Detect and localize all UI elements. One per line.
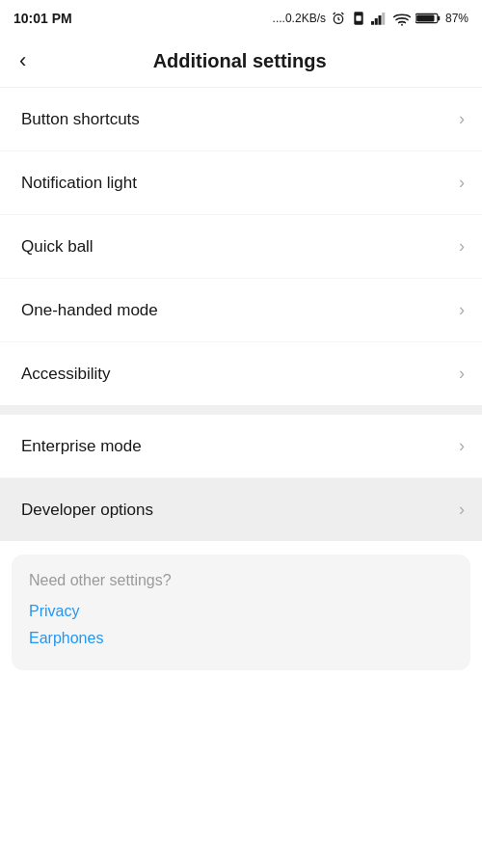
back-button[interactable]: ‹: [15, 44, 30, 77]
settings-item-enterprise-mode[interactable]: Enterprise mode ›: [0, 415, 482, 478]
chevron-icon-enterprise-mode: ›: [459, 436, 465, 456]
settings-item-quick-ball[interactable]: Quick ball ›: [0, 215, 482, 279]
svg-rect-6: [375, 18, 378, 25]
svg-rect-11: [438, 16, 440, 21]
settings-item-accessibility[interactable]: Accessibility ›: [0, 342, 482, 405]
alarm-icon: [331, 11, 346, 26]
chevron-icon-accessibility: ›: [459, 364, 465, 384]
wifi-icon: [393, 11, 411, 26]
chevron-icon-quick-ball: ›: [459, 236, 465, 257]
battery-icon: [415, 12, 441, 25]
status-bar: 10:01 PM ....0.2KB/s 87%: [0, 0, 482, 35]
earphones-link[interactable]: Earphones: [29, 630, 453, 647]
settings-label-button-shortcuts: Button shortcuts: [21, 110, 140, 129]
settings-item-one-handed-mode[interactable]: One-handed mode ›: [0, 279, 482, 342]
svg-line-1: [334, 13, 335, 14]
settings-label-enterprise-mode: Enterprise mode: [21, 437, 142, 456]
settings-label-one-handed-mode: One-handed mode: [21, 301, 158, 320]
header: ‹ Additional settings: [0, 35, 482, 88]
status-right-icons: ....0.2KB/s 87%: [273, 11, 469, 26]
settings-item-notification-light[interactable]: Notification light ›: [0, 151, 482, 215]
svg-rect-8: [382, 13, 385, 25]
network-speed: ....0.2KB/s: [273, 12, 326, 25]
battery-percent: 87%: [445, 12, 469, 25]
chevron-icon-button-shortcuts: ›: [459, 109, 465, 129]
svg-rect-12: [416, 15, 434, 22]
settings-group-2: Enterprise mode › Developer options ›: [0, 415, 482, 541]
page-title: Additional settings: [41, 50, 438, 72]
group-divider: [0, 405, 482, 415]
signal-icon: [371, 11, 388, 26]
settings-label-quick-ball: Quick ball: [21, 237, 94, 257]
status-time: 10:01 PM: [13, 11, 72, 26]
bottom-card-title: Need other settings?: [29, 572, 453, 589]
settings-label-notification-light: Notification light: [21, 174, 137, 193]
chevron-icon-one-handed-mode: ›: [459, 300, 465, 320]
svg-rect-4: [356, 15, 361, 20]
svg-point-9: [401, 24, 403, 26]
svg-rect-7: [378, 15, 381, 25]
settings-group-1: Button shortcuts › Notification light › …: [0, 88, 482, 405]
chevron-icon-notification-light: ›: [459, 173, 465, 193]
settings-label-accessibility: Accessibility: [21, 365, 111, 384]
settings-item-developer-options[interactable]: Developer options ›: [0, 478, 482, 541]
settings-item-button-shortcuts[interactable]: Button shortcuts ›: [0, 88, 482, 151]
settings-label-developer-options: Developer options: [21, 501, 153, 520]
chevron-icon-developer-options: ›: [459, 500, 465, 520]
bottom-card: Need other settings? Privacy Earphones: [12, 555, 470, 670]
sim-icon: [351, 11, 366, 26]
svg-rect-5: [371, 21, 374, 25]
privacy-link[interactable]: Privacy: [29, 603, 453, 620]
svg-line-2: [341, 13, 343, 14]
